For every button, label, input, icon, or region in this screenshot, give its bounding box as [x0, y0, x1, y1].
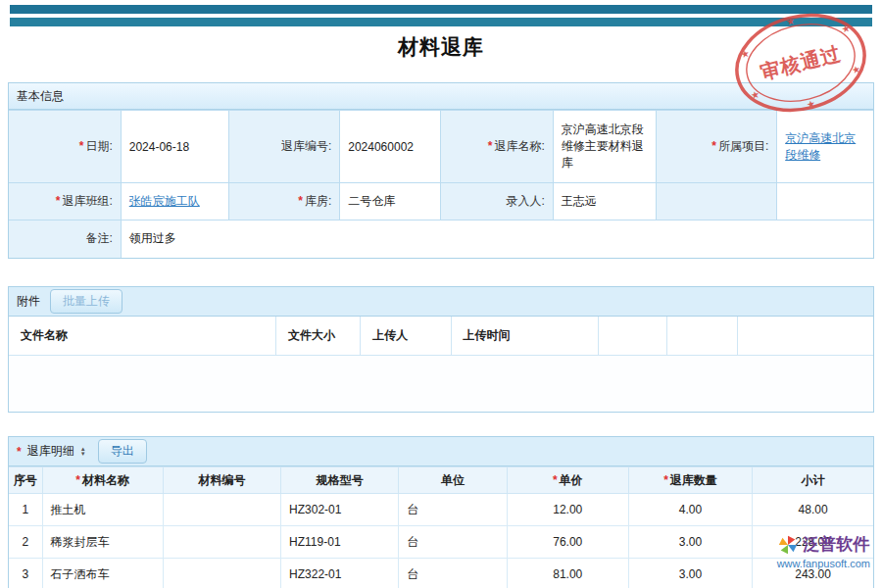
- required-marker: *: [488, 139, 493, 153]
- details-header-row: 序号 *材料名称 材料编号 规格型号 单位 *单价 *退库数量 小计: [9, 467, 873, 494]
- attachments-title: 附件: [17, 293, 40, 310]
- brand-name: 泛普软件: [803, 533, 869, 556]
- table-row: 2 稀浆封层车 HZ119-01 台 76.00 3.00 228.00: [9, 526, 873, 559]
- col-empty-2: [666, 317, 737, 356]
- col-unit-price: *单价: [507, 467, 628, 494]
- sort-down-icon: ▼: [80, 452, 86, 457]
- top-bar-2: [10, 18, 872, 26]
- export-button[interactable]: 导出: [98, 439, 147, 464]
- cell-unit-price: 81.00: [507, 559, 628, 588]
- attachments-header: 附件 批量上传: [9, 287, 873, 317]
- cell-material-name: 推土机: [42, 494, 163, 526]
- table-row: 1 推土机 HZ302-01 台 12.00 4.00 48.00: [9, 494, 873, 526]
- col-material-name: *材料名称: [42, 467, 163, 494]
- attachments-header-row: 文件名称 文件大小 上传人 上传时间: [9, 317, 873, 356]
- project-link[interactable]: 京沪高速北京段维修: [785, 131, 856, 162]
- col-spec-model: 规格型号: [281, 467, 399, 494]
- project-value: 京沪高速北京段维修: [777, 111, 873, 183]
- table-row: 3 石子洒布车 HZ322-01 台 81.00 3.00 243.00: [9, 559, 873, 588]
- col-upload-time: 上传时间: [451, 317, 598, 356]
- cell-subtotal: 48.00: [753, 494, 873, 526]
- cell-return-qty: 3.00: [628, 559, 752, 588]
- required-marker: *: [79, 139, 84, 153]
- cell-return-qty: 4.00: [628, 494, 752, 526]
- col-file-name: 文件名称: [9, 317, 276, 356]
- recorder-value: 王志远: [553, 183, 656, 220]
- col-empty-1: [598, 317, 666, 356]
- project-label: *所属项目:: [656, 111, 776, 183]
- return-name-label: *退库名称:: [441, 111, 553, 183]
- date-label: *日期:: [9, 111, 121, 183]
- warehouse-label: *库房:: [229, 183, 340, 220]
- return-no-value: 2024060002: [340, 111, 441, 183]
- cell-material-code: [163, 559, 280, 588]
- required-marker: *: [711, 139, 716, 153]
- recorder-label: 录入人:: [441, 183, 553, 220]
- basic-info-title: 基本信息: [17, 88, 64, 105]
- warehouse-value: 二号仓库: [340, 183, 441, 220]
- required-marker: *: [17, 445, 22, 459]
- remark-label: 备注:: [9, 220, 121, 258]
- basic-info-header: 基本信息: [9, 83, 873, 110]
- col-uploader: 上传人: [361, 317, 451, 356]
- cell-unit-price: 12.00: [507, 494, 628, 526]
- col-material-code: 材料编号: [163, 467, 280, 494]
- details-header: * 退库明细 ▲ ▼ 导出: [9, 437, 873, 466]
- required-marker: *: [298, 194, 303, 208]
- cell-material-code: [163, 526, 280, 559]
- col-subtotal: 小计: [753, 467, 873, 494]
- cell-unit: 台: [399, 526, 507, 559]
- cell-spec-model: HZ322-01: [281, 559, 399, 588]
- date-value: 2024-06-18: [121, 111, 228, 183]
- cell-seq: 2: [9, 526, 42, 559]
- basic-info-section: 基本信息 *日期: 2024-06-18 退库编号: 2024060002 *退…: [8, 82, 874, 259]
- team-value: 张皓宸施工队: [121, 183, 228, 220]
- fanpu-pinwheel-icon: [777, 534, 799, 556]
- return-name-value: 京沪高速北京段维修主要材料退库: [553, 111, 656, 183]
- cell-material-code: [163, 494, 280, 526]
- batch-upload-button[interactable]: 批量上传: [50, 289, 122, 314]
- col-seq: 序号: [9, 467, 42, 494]
- basic-info-row-2: *退库班组: 张皓宸施工队 *库房: 二号仓库 录入人: 王志远: [9, 183, 873, 220]
- page-title: 材料退库: [8, 33, 874, 61]
- attachments-empty-body: [9, 356, 873, 412]
- details-section: * 退库明细 ▲ ▼ 导出 序号 *材料名称 材料编号 规格型号 单位 *单价 …: [8, 436, 874, 588]
- details-table: 序号 *材料名称 材料编号 规格型号 单位 *单价 *退库数量 小计 1 推土机…: [9, 466, 873, 588]
- team-label: *退库班组:: [9, 183, 121, 220]
- cell-seq: 3: [9, 559, 42, 588]
- details-title: 退库明细: [27, 443, 74, 460]
- empty-label: [656, 183, 776, 220]
- cell-spec-model: HZ119-01: [281, 526, 399, 559]
- col-empty-3: [738, 317, 873, 356]
- cell-spec-model: HZ302-01: [281, 494, 399, 526]
- cell-unit: 台: [399, 559, 507, 588]
- team-link[interactable]: 张皓宸施工队: [129, 194, 200, 208]
- col-file-size: 文件大小: [276, 317, 361, 356]
- empty-value: [777, 183, 873, 220]
- cell-unit: 台: [399, 494, 507, 526]
- page: 材料退库 基本信息 *日期: 2024-06-18 退库编号: 20240600…: [0, 5, 882, 588]
- required-marker: *: [56, 194, 61, 208]
- return-no-label: 退库编号:: [229, 111, 340, 183]
- cell-seq: 1: [9, 494, 42, 526]
- cell-unit-price: 76.00: [507, 526, 628, 559]
- cell-return-qty: 3.00: [628, 526, 752, 559]
- remark-value: 领用过多: [121, 220, 873, 258]
- col-return-qty: *退库数量: [628, 467, 752, 494]
- attachments-table: 文件名称 文件大小 上传人 上传时间: [9, 317, 873, 357]
- basic-info-row-3: 备注: 领用过多: [9, 220, 873, 258]
- basic-info-table: *日期: 2024-06-18 退库编号: 2024060002 *退库名称: …: [9, 110, 873, 258]
- top-bar-1: [10, 5, 872, 14]
- col-unit: 单位: [399, 467, 507, 494]
- sort-icon[interactable]: ▲ ▼: [80, 447, 86, 457]
- brand-url: www.fanpusoft.com: [777, 558, 870, 569]
- attachments-section: 附件 批量上传 文件名称 文件大小 上传人 上传时间: [8, 286, 874, 414]
- brand-logo: 泛普软件 www.fanpusoft.com: [777, 533, 870, 569]
- cell-material-name: 稀浆封层车: [42, 526, 163, 559]
- cell-material-name: 石子洒布车: [42, 559, 163, 588]
- basic-info-row-1: *日期: 2024-06-18 退库编号: 2024060002 *退库名称: …: [9, 111, 873, 183]
